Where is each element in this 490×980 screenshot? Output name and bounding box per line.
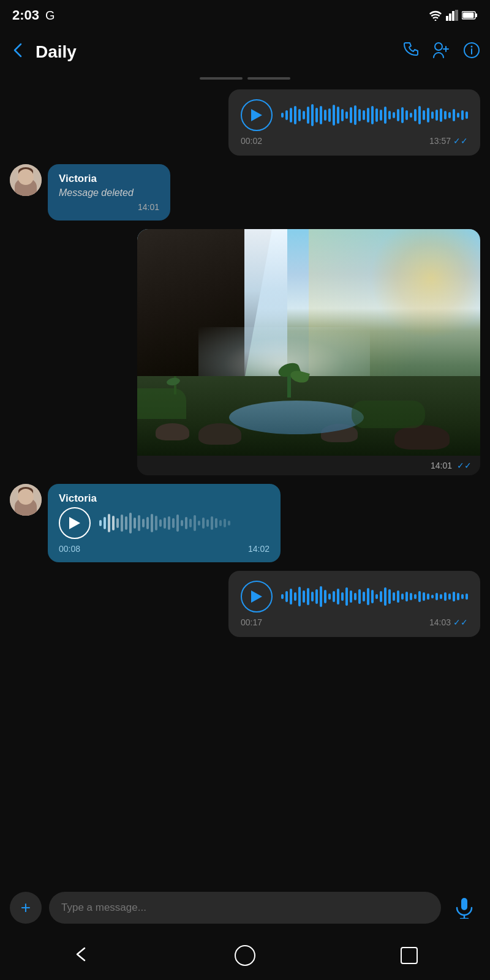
avatar: [10, 484, 42, 516]
svg-rect-26: [20, 496, 24, 499]
waveform: [281, 586, 468, 608]
svg-point-22: [18, 489, 33, 506]
status-right: [429, 10, 478, 21]
svg-rect-1: [446, 16, 448, 21]
svg-rect-30: [461, 898, 467, 910]
divider-dot: [200, 77, 243, 80]
message-row: 00:02 13:57 ✓✓: [10, 89, 480, 156]
message-sender: Victoria: [59, 173, 159, 185]
message-time: 14:01: [59, 202, 159, 212]
voice-duration: 00:02: [241, 136, 262, 146]
read-receipts: ✓✓: [453, 617, 468, 627]
deleted-message-bubble[interactable]: Victoria Message deleted 14:01: [48, 164, 170, 221]
svg-rect-27: [26, 496, 31, 499]
battery-icon: [462, 11, 478, 20]
nav-recent-button[interactable]: [401, 947, 418, 964]
waveform: [281, 104, 468, 126]
message-time: 14:02: [248, 544, 270, 554]
back-button[interactable]: [10, 42, 27, 63]
svg-point-10: [10, 164, 42, 196]
svg-point-23: [18, 487, 33, 496]
landscape-image: [137, 229, 480, 456]
waveform: [99, 512, 270, 534]
svg-point-11: [17, 187, 34, 196]
signal-icon: [446, 10, 458, 21]
voice-duration: 00:17: [241, 617, 262, 627]
back-nav-icon: [72, 946, 89, 963]
svg-rect-14: [18, 172, 21, 180]
message-time: 13:57 ✓✓: [429, 136, 468, 146]
read-receipts: ✓✓: [457, 461, 472, 470]
voice-content: [59, 507, 270, 539]
image-message[interactable]: 14:01 ✓✓: [137, 229, 480, 475]
svg-rect-16: [20, 176, 24, 179]
message-image: [137, 229, 480, 456]
message-input[interactable]: [49, 892, 441, 924]
svg-point-19: [25, 180, 27, 183]
svg-rect-17: [26, 176, 31, 179]
chat-area: 00:02 13:57 ✓✓: [0, 83, 490, 643]
time-label: 13:57: [429, 136, 451, 146]
toolbar-actions: [403, 42, 480, 63]
info-button[interactable]: [463, 42, 480, 63]
victoria-avatar-image: [10, 164, 42, 196]
svg-point-0: [435, 20, 437, 21]
svg-point-20: [10, 484, 42, 516]
svg-point-21: [17, 507, 34, 516]
play-button[interactable]: [59, 507, 91, 539]
svg-point-12: [18, 169, 33, 186]
svg-rect-25: [31, 491, 33, 500]
status-left: 2:03 G: [12, 7, 55, 23]
wifi-icon: [429, 10, 442, 21]
message-footer: 14:01 ✓✓: [137, 456, 480, 475]
victoria-avatar-image: [10, 484, 42, 516]
svg-rect-6: [475, 13, 477, 17]
message-footer: 00:08 14:02: [59, 544, 270, 554]
chat-title: Daily: [36, 42, 394, 62]
g-icon: G: [45, 9, 55, 23]
svg-rect-7: [463, 13, 474, 18]
home-circle-icon: [235, 945, 255, 966]
microphone-button[interactable]: [448, 892, 480, 924]
message-footer: 00:02 13:57 ✓✓: [241, 136, 468, 146]
call-button[interactable]: [403, 42, 420, 63]
avatar: [10, 164, 42, 196]
input-bar: +: [0, 884, 490, 931]
svg-point-9: [471, 45, 473, 47]
voice-message-outgoing[interactable]: 00:17 14:03 ✓✓: [228, 571, 480, 637]
svg-rect-4: [455, 10, 458, 21]
toolbar: Daily: [0, 31, 490, 74]
svg-rect-24: [18, 491, 21, 500]
add-person-button[interactable]: [432, 42, 451, 63]
message-sender: Victoria: [59, 492, 270, 505]
message-row: 14:01 ✓✓: [10, 229, 480, 475]
plus-icon: +: [21, 898, 31, 918]
add-attachment-button[interactable]: +: [10, 892, 42, 924]
scroll-divider: [0, 74, 490, 83]
play-button[interactable]: [241, 99, 273, 131]
svg-point-29: [25, 500, 27, 502]
voice-message-incoming[interactable]: Victoria: [48, 484, 281, 562]
status-bar: 2:03 G: [0, 0, 490, 31]
message-row: 00:17 14:03 ✓✓: [10, 571, 480, 637]
svg-rect-3: [452, 11, 454, 21]
message-footer: 00:17 14:03 ✓✓: [241, 617, 468, 627]
voice-content: [241, 581, 468, 612]
svg-rect-15: [31, 172, 33, 180]
message-time: 14:01: [431, 461, 452, 470]
message-row: Victoria: [10, 484, 480, 562]
nav-home-button[interactable]: [235, 945, 255, 966]
nav-bar: [0, 931, 490, 980]
voice-message-outgoing[interactable]: 00:02 13:57 ✓✓: [228, 89, 480, 156]
status-time: 2:03: [12, 7, 39, 23]
voice-duration: 00:08: [59, 544, 80, 554]
time-label: 14:03: [429, 617, 451, 627]
nav-back-button[interactable]: [72, 946, 89, 965]
divider-dot: [247, 77, 290, 80]
svg-rect-2: [449, 13, 451, 21]
message-time: 14:03 ✓✓: [429, 617, 468, 627]
play-button[interactable]: [241, 581, 273, 612]
svg-point-13: [18, 167, 33, 176]
mic-icon: [453, 897, 475, 919]
recent-square-icon: [401, 947, 418, 964]
